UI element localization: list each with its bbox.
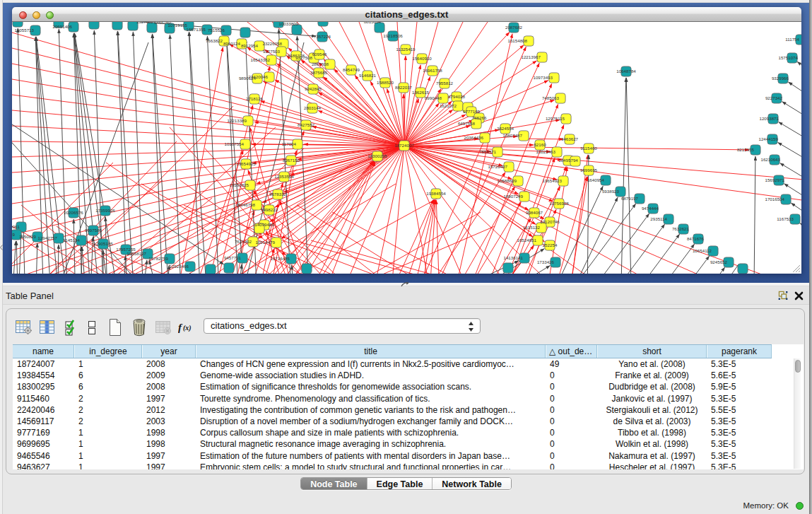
table-cell[interactable]: 2009 [142,370,196,381]
table-cell[interactable]: 5.3E-5 [707,427,772,438]
table-cell[interactable]: 19384554 [13,370,74,381]
table-cell[interactable]: 5.3E-5 [707,416,772,427]
graph-edge[interactable] [626,78,635,274]
network-canvas[interactable]: 1905571320691406100371211065326715276026… [12,22,801,274]
table-cell[interactable]: Jankovic et al. (1997) [597,393,707,404]
table-cell[interactable]: 9699695 [13,438,74,450]
float-panel-icon[interactable] [778,291,788,300]
graph-node[interactable] [240,28,250,37]
table-cell[interactable]: 18724007 [13,358,74,370]
graph-node[interactable] [292,25,302,35]
table-cell[interactable]: 1997 [142,450,196,462]
table-cell[interactable]: 9115460 [13,393,74,404]
column-header-title[interactable]: title [196,345,546,358]
table-cell[interactable]: 0 [546,393,597,404]
table-cell[interactable]: 9463627 [13,462,74,469]
table-row[interactable]: 1872400712008Changes of HCN gene express… [13,358,804,370]
window-resize-grip[interactable] [792,264,801,273]
graph-edge[interactable] [57,245,59,274]
tab-node-table[interactable]: Node Table [301,478,367,489]
graph-edge[interactable] [791,203,801,255]
graph-edge[interactable] [782,102,801,153]
create-column-button[interactable] [106,318,124,337]
table-row[interactable]: 946554611997Estimation of the future num… [13,450,804,462]
table-select-combo[interactable]: citations_edges.txt [204,318,481,334]
graph-node[interactable] [224,263,234,273]
table-cell[interactable]: Estimation of significance thresholds fo… [196,381,546,392]
graph-edge[interactable] [319,93,404,146]
table-cell[interactable]: 22420046 [13,404,74,416]
left-split-strip[interactable] [0,0,3,514]
table-cell[interactable]: 5.6E-5 [707,370,772,381]
graph-edge[interactable] [404,145,534,146]
table-cell[interactable]: 1 [74,450,142,462]
table-cell[interactable]: 5.3E-5 [707,462,772,469]
table-cell[interactable]: Estimation of the future numbers of pati… [196,450,546,462]
table-cell[interactable]: Franke et al. (2009) [597,370,707,381]
table-cell[interactable]: 0 [546,416,597,427]
graph-edge[interactable] [780,163,801,215]
graph-edge[interactable] [575,256,710,274]
table-row[interactable]: 969969511998Structural magnetic resonanc… [13,438,804,450]
table-cell[interactable]: 0 [546,462,597,469]
table-cell[interactable]: 9465546 [13,450,74,462]
graph-node[interactable] [318,22,328,26]
graph-edge[interactable] [407,200,435,274]
memory-status-dot[interactable] [796,502,804,510]
close-panel-icon[interactable] [794,291,804,300]
function-builder-button[interactable]: f(x) [178,318,196,337]
table-row[interactable]: 911546021997Tourette syndrome. Phenomeno… [13,393,804,404]
graph-edge[interactable] [404,146,784,274]
delete-table-button[interactable] [154,318,172,337]
table-row[interactable]: 946362711997Embryonic stem cells: a mode… [13,462,804,469]
graph-edge[interactable] [752,156,755,274]
graph-edge[interactable] [797,62,801,113]
table-cell[interactable]: 6 [74,370,142,381]
graph-edge[interactable] [404,110,453,146]
table-cell[interactable]: 0 [546,370,597,381]
table-cell[interactable]: 5.3E-5 [707,450,772,462]
table-cell[interactable]: 2008 [142,358,196,370]
table-cell[interactable]: 1 [74,438,142,450]
left-collapse-icon[interactable] [0,245,3,252]
graph-edge[interactable] [42,106,233,274]
graph-edge[interactable] [91,237,93,274]
graph-edge[interactable] [240,264,242,274]
graph-node[interactable] [302,264,312,274]
table-cell[interactable]: 6 [74,381,142,392]
table-row[interactable]: 977716911998Corpus callosum shape and si… [13,427,804,438]
table-row[interactable]: 1830029562008Estimation of significance … [13,381,804,392]
graph-node[interactable] [206,264,216,274]
graph-edge[interactable] [789,82,802,134]
graph-edge[interactable] [784,184,801,235]
column-header-in_degree[interactable]: in_degree [74,345,142,358]
table-cell[interactable]: 0 [546,450,597,462]
table-cell[interactable]: Nakamura et al. (1997) [597,450,707,462]
table-cell[interactable]: Tourette syndrome. Phenomenology and cla… [196,393,546,404]
table-row[interactable]: 1456911722003Disruption of a novel membe… [13,416,804,427]
table-cell[interactable]: 9777169 [13,427,74,438]
table-cell[interactable]: 0 [546,438,597,450]
graph-node[interactable] [89,22,99,29]
table-cell[interactable]: 1997 [142,393,196,404]
table-cell[interactable]: 1998 [142,427,196,438]
column-header-name[interactable]: name [13,345,74,358]
delete-columns-button[interactable] [130,318,148,337]
graph-edge[interactable] [297,205,466,274]
table-cell[interactable]: Changes of HCN gene expression and I(f) … [196,358,546,370]
column-header-out_de[interactable]: △ out_de… [546,345,597,358]
graph-node[interactable] [112,22,122,30]
select-all-button[interactable] [62,318,81,337]
table-cell[interactable]: Hescheler et al. (1997) [597,462,707,469]
table-cell[interactable]: 18300295 [13,381,74,392]
graph-edge[interactable] [334,146,404,274]
table-cell[interactable]: Yano et al. (2008) [597,358,707,370]
graph-edge[interactable] [404,146,801,274]
table-cell[interactable]: 2003 [142,416,196,427]
graph-edge[interactable] [396,173,505,274]
table-cell[interactable]: 14569117 [13,416,74,427]
tab-network-table[interactable]: Network Table [433,478,511,489]
table-cell[interactable]: 2 [74,416,142,427]
table-cell[interactable]: Disruption of a novel member of a sodium… [196,416,546,427]
graph-edge[interactable] [12,146,404,180]
